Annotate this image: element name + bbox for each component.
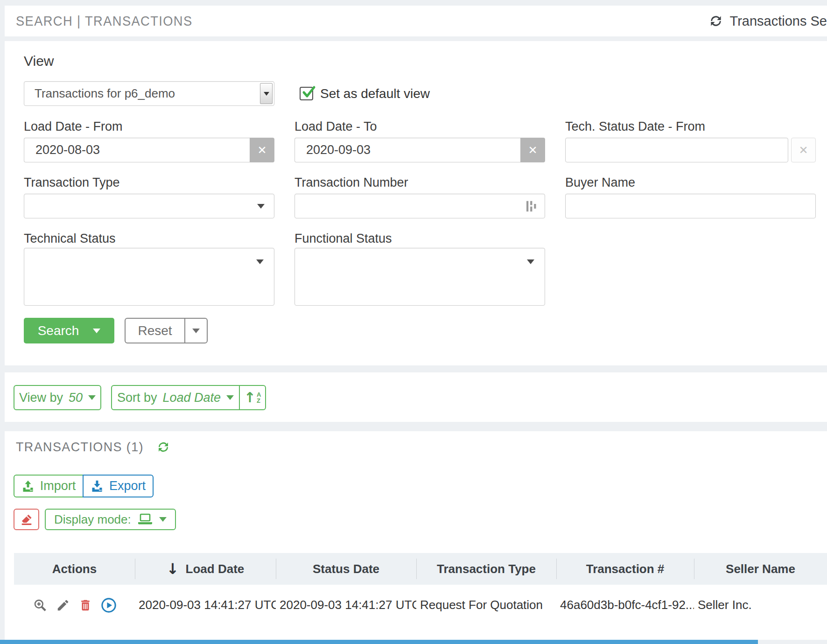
bottom-scroll-strip[interactable] [0,640,758,644]
cell-status-date: 2020-09-03 14:41:27 UTC [276,598,416,612]
tech-status-date-from-input[interactable] [577,143,777,157]
display-mode-label: Display mode: [54,512,131,527]
view-by-button[interactable]: View by 50 [14,385,101,410]
view-select-value: Transactions for p6_demo [35,86,175,101]
set-default-view-checkbox[interactable] [300,87,313,100]
transaction-number-label: Transaction Number [294,175,408,190]
load-date-to-group: ✕ [294,138,545,162]
load-date-from-input[interactable] [35,143,238,157]
view-by-value: 50 [69,391,83,405]
technical-status-select[interactable] [24,248,274,306]
clear-filters-button[interactable] [14,509,39,530]
tech-status-date-from-label: Tech. Status Date - From [565,119,705,134]
view-label: View [24,53,54,69]
chevron-down-icon [159,517,167,522]
cell-seller-name: Seller Inc. [694,598,827,612]
upload-icon [21,480,35,493]
sort-by-button[interactable]: Sort by Load Date ↑ AZ [111,385,266,410]
column-header-transaction-type[interactable]: Transaction Type [416,553,556,585]
column-header-actions[interactable]: Actions [14,553,135,585]
list-toolbar: View by 50 Sort by Load Date ↑ AZ [5,372,827,422]
functional-status-label: Functional Status [294,231,392,246]
header-action-label: Transactions Se [730,14,827,29]
column-header-seller-name[interactable]: Seller Name [694,553,827,585]
column-header-status-date[interactable]: Status Date [276,553,416,585]
sort-direction-button[interactable]: ↑ AZ [239,386,265,409]
transaction-number-input[interactable] [305,199,534,213]
refresh-icon [708,14,723,28]
table-header: Actions ↓ Load Date Status Date Transact… [14,553,827,585]
clear-icon[interactable]: ✕ [250,138,274,162]
transaction-type-label: Transaction Type [24,175,120,190]
search-button-label: Search [38,323,79,338]
chevron-down-icon [527,259,534,264]
set-default-view-label: Set as default view [320,86,430,101]
zoom-in-icon[interactable] [33,597,48,613]
clear-icon[interactable]: ✕ [520,138,545,162]
cell-load-date: 2020-09-03 14:41:27 UTC [135,598,276,612]
import-label: Import [40,479,76,493]
chevron-down-icon [192,329,200,333]
table-row: 2020-09-03 14:41:27 UTC 2020-09-03 14:41… [14,585,827,625]
display-mode-button[interactable]: Display mode: [45,509,176,530]
clear-icon[interactable]: ✕ [791,138,816,162]
chevron-down-icon [264,92,269,96]
sort-by-label: Sort by [117,391,157,405]
chevron-down-icon [93,329,100,333]
sort-by-value: Load Date [162,391,221,405]
reset-button[interactable]: Reset [125,318,208,343]
filter-panel: View Transactions for p6_demo Set as def… [5,41,827,365]
column-header-transaction-number[interactable]: Transaction # [556,553,694,585]
import-export-group: Import Export [14,475,154,497]
refresh-icon[interactable] [156,440,170,454]
table-tools: Display mode: [14,509,176,530]
download-icon [91,480,104,493]
chevron-down-icon [226,395,234,400]
check-icon [301,84,317,100]
load-date-to-input[interactable] [306,143,509,157]
reset-dropdown-toggle[interactable] [184,319,207,343]
sort-by-main[interactable]: Sort by Load Date [112,391,239,405]
chevron-down-icon [257,204,265,209]
barcode-icon [524,199,538,213]
edit-icon[interactable] [56,597,70,613]
sort-descending-icon: ↓ [167,561,179,576]
transaction-type-select[interactable] [24,194,274,218]
view-select-arrow-button[interactable] [260,83,273,104]
row-actions [14,597,135,613]
eraser-icon [20,513,33,526]
functional-status-select[interactable] [294,248,545,306]
export-label: Export [109,479,146,493]
sort-alpha-asc-icon: ↑ AZ [244,391,261,405]
page-title: SEARCH | TRANSACTIONS [16,14,193,29]
export-button[interactable]: Export [83,475,154,497]
buyer-name-field [565,194,816,218]
transactions-search-action[interactable]: Transactions Se [708,14,827,29]
tech-status-date-from-group: ✕ [565,138,816,162]
results-panel: TRANSACTIONS (1) Import [5,431,827,640]
buyer-name-label: Buyer Name [565,175,635,190]
technical-status-label: Technical Status [24,231,116,246]
reset-button-label: Reset [126,319,184,343]
cell-transaction-type: Request For Quotation [416,598,556,612]
play-icon[interactable] [101,597,117,613]
chevron-down-icon [256,259,264,264]
search-button[interactable]: Search [24,318,114,343]
load-date-to-label: Load Date - To [294,119,377,134]
view-by-label: View by [19,391,63,405]
delete-icon[interactable] [78,597,92,613]
view-select[interactable]: Transactions for p6_demo [24,81,274,106]
laptop-icon [137,512,154,526]
top-header-bar: SEARCH | TRANSACTIONS Transactions Se [5,6,827,36]
load-date-from-group: ✕ [24,138,274,162]
buyer-name-input[interactable] [576,199,805,213]
load-date-from-label: Load Date - From [24,119,123,134]
results-header: TRANSACTIONS (1) [16,440,170,455]
chevron-down-icon [88,395,96,400]
results-title: TRANSACTIONS (1) [16,440,144,455]
column-header-load-date[interactable]: ↓ Load Date [135,553,276,585]
transaction-number-field [294,194,545,218]
cell-transaction-number: 46a60d3b-b0fc-4cf1-92... [556,598,694,612]
import-button[interactable]: Import [14,475,84,497]
